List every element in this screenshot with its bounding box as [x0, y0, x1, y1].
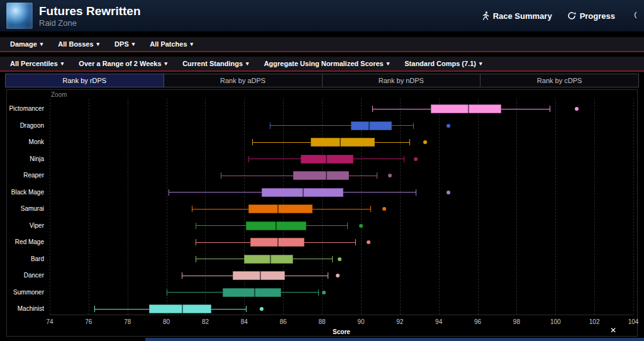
whisker-cap-low [167, 289, 167, 296]
bottom-banner-strip [145, 338, 644, 341]
menu-all-percentiles[interactable]: All Percentiles ▾ [3, 57, 71, 70]
class-label: Samurai [21, 206, 44, 212]
median-line [326, 171, 327, 180]
menu-all-bosses[interactable]: All Bosses ▾ [50, 37, 107, 51]
gridline [128, 99, 128, 315]
outlier-dot [322, 291, 326, 294]
menu-range-weeks[interactable]: Over a Range of 2 Weeks ▾ [71, 57, 175, 70]
tab-rank-rdps[interactable]: Rank by rDPS [5, 74, 164, 87]
gridline [478, 99, 479, 315]
outlier-dot [367, 240, 370, 244]
x-tick-label: 94 [435, 318, 442, 325]
gridline [322, 99, 323, 315]
progress-icon [567, 11, 576, 20]
whisker-cap-low [169, 189, 169, 196]
class-label: Dancer [24, 272, 44, 279]
whisker-cap-high [332, 256, 333, 262]
x-tick-label: 102 [589, 318, 600, 325]
median-line [182, 305, 183, 313]
gridline [516, 99, 517, 315]
menu-standard-comps-label: Standard Comps (7.1) [404, 60, 476, 67]
x-tick-label: 84 [241, 318, 248, 325]
gridline [555, 99, 556, 315]
class-label: Pictomancer [9, 106, 44, 112]
tab-rank-adps[interactable]: Rank by aDPS [164, 74, 323, 87]
x-tick-label: 88 [319, 318, 326, 325]
menu-current-standings[interactable]: Current Standings ▾ [175, 57, 256, 70]
menu-range-weeks-label: Over a Range of 2 Weeks [79, 60, 161, 67]
outlier-dot [575, 107, 579, 111]
median-line [260, 271, 261, 280]
whisker-cap-low [182, 272, 182, 279]
median-line [468, 104, 469, 113]
page-title: Futures Rewritten [39, 4, 141, 18]
iqr-box [293, 171, 350, 180]
rank-tabs: Rank by rDPS Rank by aDPS Rank by nDPS R… [5, 74, 639, 87]
zoom-label[interactable]: Zoom [51, 91, 67, 98]
iqr-box [248, 204, 313, 213]
caret-down-icon: ▾ [479, 60, 482, 67]
caret-down-icon: ▾ [387, 60, 390, 67]
menu-dps[interactable]: DPS ▾ [107, 37, 142, 51]
primary-filter-bar: Damage ▾ All Bosses ▾ DPS ▾ All Patches … [0, 37, 644, 52]
tab-rank-cdps[interactable]: Rank by cDPS [480, 74, 639, 87]
caret-down-icon: ▾ [132, 41, 135, 47]
gridline [244, 99, 245, 315]
menu-aggregate-scores[interactable]: Aggregate Using Normalized Scores ▾ [257, 57, 397, 70]
runner-icon [482, 11, 489, 20]
whisker-cap-high [409, 139, 410, 145]
menu-all-patches[interactable]: All Patches ▾ [142, 37, 201, 51]
outlier-dot [260, 307, 264, 311]
gridline [633, 99, 634, 315]
page-subtitle: Raid Zone [39, 18, 141, 28]
class-label: Red Mage [15, 239, 44, 245]
menu-damage-label: Damage [10, 40, 37, 48]
caret-down-icon: ▾ [97, 41, 100, 47]
whisker-cap-high [355, 239, 356, 245]
clipped-edge-icon[interactable] [630, 10, 636, 21]
whisker-cap-low [221, 172, 221, 179]
whisker-cap-high [413, 123, 414, 129]
x-tick-label: 76 [85, 318, 92, 325]
median-line [277, 204, 279, 213]
whisker-cap-low [192, 206, 192, 212]
menu-all-percentiles-label: All Percentiles [10, 60, 58, 67]
zone-logo[interactable] [6, 3, 33, 29]
median-line [277, 238, 279, 247]
median-line [340, 138, 341, 147]
gridline [89, 99, 89, 315]
page: Futures Rewritten Raid Zone Race Summary… [0, 0, 644, 341]
whisker-cap-high [370, 206, 371, 212]
menu-damage[interactable]: Damage ▾ [3, 37, 50, 51]
class-label: Ninja [30, 156, 44, 162]
whisker-cap-low [252, 139, 253, 145]
x-axis-title: Score [50, 328, 633, 335]
whisker-cap-low [372, 106, 373, 112]
x-tick-label: 74 [46, 318, 53, 325]
race-summary-link[interactable]: Race Summary [482, 11, 552, 21]
menu-dps-label: DPS [114, 40, 129, 48]
gridline [400, 99, 401, 315]
x-tick-label: 80 [163, 318, 170, 325]
caret-down-icon: ▾ [61, 60, 64, 67]
iqr-box [244, 255, 292, 264]
outlier-dot [388, 174, 392, 177]
iqr-box [223, 288, 281, 297]
whisker-cap-high [550, 106, 550, 112]
whisker-cap-high [347, 223, 348, 229]
outlier-dot [359, 224, 363, 228]
progress-link[interactable]: Progress [567, 11, 615, 21]
whisker-cap-high [318, 289, 319, 296]
menu-aggregate-scores-label: Aggregate Using Normalized Scores [264, 60, 384, 67]
race-summary-label: Race Summary [493, 11, 552, 21]
tab-rank-ndps[interactable]: Rank by nDPS [323, 74, 481, 87]
x-tick-label: 78 [124, 318, 131, 325]
gridline [50, 99, 50, 315]
median-line [270, 255, 271, 264]
menu-standard-comps[interactable]: Standard Comps (7.1) ▾ [397, 57, 489, 70]
close-chart-button[interactable]: ✕ [608, 326, 618, 335]
header-nav: Race Summary Progress [482, 10, 638, 21]
clipped-glyph [630, 10, 636, 20]
x-tick-label: 104 [628, 318, 639, 325]
plot-area: 74767880828486889092949698100102104 [50, 99, 633, 315]
